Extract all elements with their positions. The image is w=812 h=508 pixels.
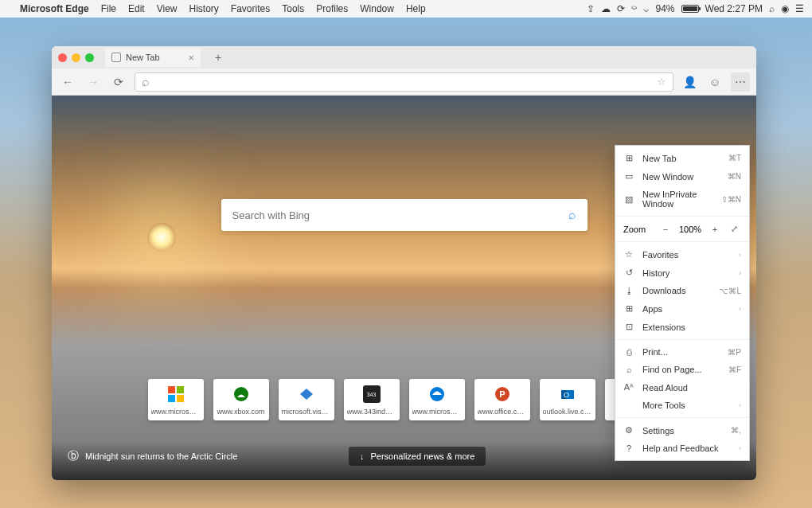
fullscreen-icon[interactable]: ⤢ (727, 224, 741, 234)
menu-favorites[interactable]: Favorites (231, 3, 270, 14)
tab-close-icon[interactable]: × (188, 52, 194, 64)
tile-label: www.microsoft... (412, 408, 462, 416)
menu-item-label: Print... (642, 347, 720, 357)
tile-icon (298, 385, 315, 403)
svg-rect-3 (177, 395, 184, 402)
quick-link-tile[interactable]: Pwww.office.com (474, 379, 530, 420)
bing-search-input[interactable] (232, 209, 568, 221)
menu-item-icon: ⚙ (623, 425, 634, 436)
quick-link-tile[interactable]: microsoft.visua... (279, 379, 334, 420)
search-icon: ⌕ (142, 75, 150, 89)
menu-window[interactable]: Window (360, 3, 394, 14)
menu-item-settings[interactable]: ⚙Settings⌘, (615, 421, 749, 440)
zoom-value: 100% (677, 225, 703, 234)
chevron-right-icon: › (739, 251, 741, 259)
address-bar[interactable]: ⌕ ☆ (135, 72, 673, 92)
menu-file[interactable]: File (101, 3, 116, 14)
menu-shortcut: ⌘N (728, 172, 741, 181)
feedback-icon[interactable]: ☺ (705, 72, 724, 92)
new-tab-button[interactable]: + (210, 51, 226, 64)
tile-icon (167, 385, 185, 403)
bing-logo-icon: ⓑ (68, 449, 79, 463)
menu-item-print-[interactable]: ⎙Print...⌘P (615, 343, 749, 361)
menu-shortcut: ⇧⌘N (721, 195, 741, 204)
menu-item-new-window[interactable]: ▭New Window⌘N (615, 167, 749, 186)
menu-item-label: Read Aloud (642, 383, 741, 393)
battery-icon[interactable] (681, 5, 699, 13)
more-menu-button[interactable]: ⋯ (731, 72, 750, 92)
close-button[interactable] (58, 53, 67, 62)
forward-button[interactable]: → (84, 72, 103, 92)
app-name[interactable]: Microsoft Edge (20, 3, 89, 14)
menu-item-label: Favorites (642, 250, 731, 260)
menu-item-read-aloud[interactable]: AᴬRead Aloud (615, 378, 749, 397)
quick-link-tile[interactable]: Ooutlook.live.com (540, 379, 595, 420)
menu-item-new-inprivate-window[interactable]: ▧New InPrivate Window⇧⌘N (615, 186, 749, 213)
quick-link-tile[interactable]: www.xbox.com (213, 379, 269, 420)
menu-item-icon: ⊡ (623, 322, 634, 332)
minimize-button[interactable] (72, 53, 80, 62)
menu-item-favorites[interactable]: ☆Favorites› (615, 245, 749, 264)
menu-item-apps[interactable]: ⊞Apps› (615, 299, 749, 318)
address-input[interactable] (154, 76, 652, 88)
sync-icon[interactable]: ⟳ (617, 3, 625, 14)
quick-link-tile[interactable]: www.microsoft... (409, 379, 465, 420)
menu-item-icon: ⊞ (623, 303, 634, 314)
quick-link-tile[interactable]: www.microsoft... (148, 379, 204, 420)
battery-pct[interactable]: 94% (655, 3, 674, 14)
chevron-right-icon: › (739, 444, 741, 452)
sun-graphic (147, 223, 176, 252)
cloud-icon[interactable]: ☁ (601, 3, 611, 14)
menu-profiles[interactable]: Profiles (316, 3, 348, 14)
menu-item-more-tools[interactable]: More Tools› (615, 397, 749, 414)
profile-icon[interactable]: 👤 (680, 72, 699, 92)
refresh-button[interactable]: ⟳ (109, 72, 128, 92)
menu-shortcut: ⌘F (728, 365, 741, 374)
menu-item-label: Extensions (642, 322, 741, 332)
menu-shortcut: ⌥⌘L (719, 287, 741, 295)
spotlight-icon[interactable]: ⌕ (769, 3, 775, 14)
menu-item-icon: ↺ (623, 268, 634, 278)
menu-view[interactable]: View (157, 3, 178, 14)
tab-new-tab[interactable]: New Tab × (105, 48, 201, 67)
menu-item-icon: ☆ (623, 249, 634, 260)
menu-item-label: Downloads (642, 286, 711, 295)
menu-item-downloads[interactable]: ⭳Downloads⌥⌘L (615, 282, 749, 299)
clock[interactable]: Wed 2:27 PM (705, 3, 763, 14)
menu-item-help-and-feedback[interactable]: ?Help and Feedback› (615, 440, 749, 457)
menu-item-label: New Tab (642, 154, 720, 163)
bing-search-box[interactable]: ⌕ (221, 199, 588, 231)
news-button-label: Personalized news & more (371, 451, 475, 461)
menu-item-extensions[interactable]: ⊡Extensions (615, 318, 749, 336)
menu-item-find-on-page-[interactable]: ⌕Find on Page...⌘F (615, 361, 749, 378)
menu-help[interactable]: Help (406, 3, 426, 14)
tile-label: outlook.live.com (543, 408, 592, 416)
svg-text:P: P (499, 389, 505, 399)
menu-edit[interactable]: Edit (128, 3, 145, 14)
menu-item-icon: ⎙ (623, 347, 634, 357)
window-titlebar: New Tab × + (52, 46, 756, 68)
menu-item-new-tab[interactable]: ⊞New Tab⌘T (615, 149, 749, 167)
zoom-in-button[interactable]: + (708, 225, 722, 234)
fullscreen-button[interactable] (85, 53, 94, 62)
wifi-icon[interactable]: ⌵ (643, 3, 649, 14)
siri-icon[interactable]: ◉ (781, 3, 789, 14)
new-tab-page: ⌕ www.microsoft...www.xbox.commicrosoft.… (52, 96, 756, 480)
tile-label: www.microsoft... (151, 408, 201, 416)
menu-history[interactable]: History (189, 3, 219, 14)
arrow-down-icon: ↓ (360, 451, 365, 461)
tile-label: microsoft.visua... (282, 408, 331, 416)
menu-item-label: Settings (642, 426, 723, 436)
tile-label: www.office.com (478, 408, 527, 416)
dropbox-icon[interactable]: ⇪ (587, 3, 595, 14)
menu-tools[interactable]: Tools (282, 3, 304, 14)
favorite-star-icon[interactable]: ☆ (657, 76, 666, 88)
menu-item-history[interactable]: ↺History› (615, 264, 749, 282)
notification-icon[interactable]: ☰ (795, 3, 804, 14)
personalized-news-button[interactable]: ↓ Personalized news & more (349, 447, 486, 466)
bluetooth-icon[interactable]: ⌔ (631, 3, 637, 14)
bing-search-icon[interactable]: ⌕ (568, 208, 576, 222)
quick-link-tile[interactable]: 343www.343indus... (344, 379, 400, 420)
zoom-out-button[interactable]: − (658, 225, 673, 234)
back-button[interactable]: ← (58, 72, 77, 92)
